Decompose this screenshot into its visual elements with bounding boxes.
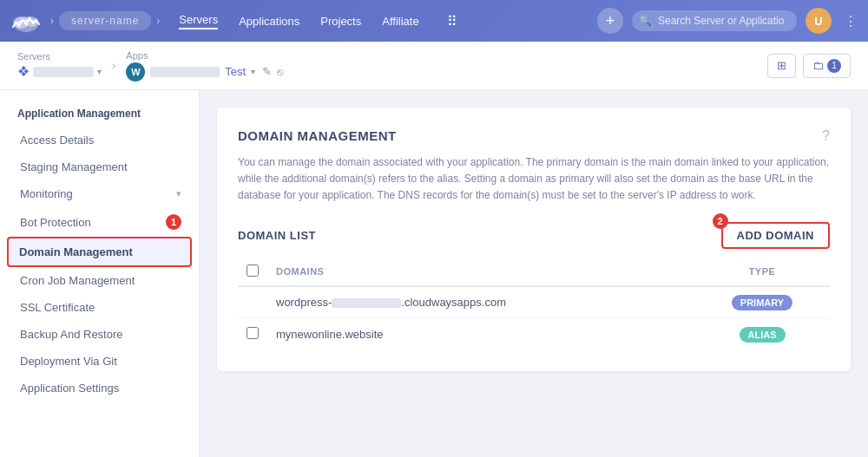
sidebar-item-ssl-certificate[interactable]: SSL Certificate <box>0 294 199 321</box>
card-description: You can manage the domain associated wit… <box>238 154 830 205</box>
search-wrap: 🔍 <box>632 10 797 31</box>
search-icon: 🔍 <box>639 15 652 27</box>
sidebar-item-application-settings[interactable]: Application Settings <box>0 375 199 402</box>
row1-type-cell: PRIMARY <box>694 286 830 318</box>
nav-links: Servers Applications Projects Affiliate … <box>179 13 457 29</box>
monitoring-chevron-icon: ▾ <box>176 188 181 199</box>
row1-domain-prefix: wordpress- <box>276 296 332 309</box>
row2-checkbox[interactable] <box>247 327 259 339</box>
breadcrumb: Servers ❖ ▾ › Apps W Test ▾ ✎ ⎋ <box>17 50 283 82</box>
select-all-checkbox[interactable] <box>247 264 259 277</box>
row1-domain-cell: wordpress-.cloudwaysapps.com <box>267 286 694 318</box>
card-header: DOMAIN MANAGEMENT ? <box>238 128 830 144</box>
add-domain-badge: 2 <box>713 213 728 229</box>
grid-icon[interactable]: ⠿ <box>447 13 457 29</box>
folder-icon: 🗀 <box>812 59 824 72</box>
sidebar-section-title: Application Management <box>0 104 199 127</box>
row2-domain-cell: mynewonline.website <box>267 317 694 350</box>
wordpress-icon: W <box>126 62 145 82</box>
nav-applications[interactable]: Applications <box>239 15 299 28</box>
more-icon[interactable]: ⋮ <box>844 13 858 29</box>
sidebar-item-bot-protection[interactable]: Bot Protection 1 <box>0 207 199 237</box>
cloudways-logo-icon <box>10 9 42 33</box>
table-row: wordpress-.cloudwaysapps.com PRIMARY <box>238 286 830 318</box>
table-row: mynewonline.website ALIAS 3 🌐 Make Pr <box>238 317 830 350</box>
add-domain-button[interactable]: ADD DOMAIN <box>721 222 831 249</box>
add-domain-wrap: 2 ADD DOMAIN <box>721 222 831 249</box>
col-domains-header: DOMAINS <box>267 258 694 286</box>
external-link-icon[interactable]: ⎋ <box>277 66 283 78</box>
nav-chevron-1: › <box>50 15 54 27</box>
avatar[interactable]: U <box>806 8 832 34</box>
grid-view-button[interactable]: ⊞ <box>767 54 796 78</box>
add-button[interactable]: + <box>597 8 623 34</box>
col-type-header: TYPE <box>694 258 830 286</box>
row1-checkbox-cell <box>238 286 267 318</box>
bot-protection-badge: 1 <box>166 214 181 230</box>
server-chevron-icon[interactable]: ▾ <box>97 67 102 76</box>
row1-domain-suffix: .cloudwaysapps.com <box>401 296 506 309</box>
domain-management-card: DOMAIN MANAGEMENT ? You can manage the d… <box>217 108 851 371</box>
folder-count-badge: 1 <box>827 59 841 73</box>
server-icon: ❖ <box>17 63 30 80</box>
edit-icon[interactable]: ✎ <box>262 65 272 78</box>
app-test-label: Test <box>225 65 246 78</box>
sidebar-item-staging-management[interactable]: Staging Management <box>0 153 199 180</box>
app-chevron-icon[interactable]: ▾ <box>251 67 255 76</box>
sub-header: Servers ❖ ▾ › Apps W Test ▾ ✎ ⎋ ⊞ 🗀 <box>0 42 868 90</box>
breadcrumb-arrow: › <box>112 59 115 72</box>
sidebar-item-deployment-git[interactable]: Deployment Via Git <box>0 348 199 375</box>
folder-button[interactable]: 🗀 1 <box>803 54 851 78</box>
sidebar-item-domain-management[interactable]: Domain Management <box>7 237 192 267</box>
sidebar-item-backup-restore[interactable]: Backup And Restore <box>0 321 199 348</box>
domain-list-header: DOMAIN LIST 2 ADD DOMAIN <box>238 222 830 249</box>
nav-projects[interactable]: Projects <box>320 15 361 28</box>
domain-table: DOMAINS TYPE wordpress-.cloudwaysapps.co… <box>238 258 830 350</box>
card-title: DOMAIN MANAGEMENT <box>238 128 397 143</box>
grid-view-icon: ⊞ <box>777 59 786 72</box>
breadcrumb-server[interactable]: server-name <box>59 11 151 30</box>
servers-breadcrumb: Servers ❖ ▾ <box>17 51 102 80</box>
server-name <box>33 67 94 77</box>
content-area: DOMAIN MANAGEMENT ? You can manage the d… <box>200 90 868 457</box>
nav-servers[interactable]: Servers <box>179 13 218 29</box>
servers-label: Servers <box>17 51 102 62</box>
row1-domain-blurred <box>332 298 401 308</box>
app-name <box>150 67 220 77</box>
sidebar-item-monitoring[interactable]: Monitoring ▾ <box>0 180 199 207</box>
primary-badge: PRIMARY <box>732 295 792 310</box>
nav-affiliate[interactable]: Affiliate <box>382 15 418 28</box>
sidebar: Application Management Access Details St… <box>0 90 200 457</box>
sidebar-item-access-details[interactable]: Access Details <box>0 127 199 153</box>
nav-right: + 🔍 U ⋮ <box>597 8 858 34</box>
alias-badge: ALIAS <box>740 327 786 343</box>
sub-header-right: ⊞ 🗀 1 <box>767 54 851 78</box>
apps-label: Apps <box>126 50 283 61</box>
nav-chevron-2: › <box>156 15 160 27</box>
logo[interactable] <box>10 9 42 33</box>
sidebar-item-cron-job[interactable]: Cron Job Management <box>0 267 199 294</box>
server-breadcrumb-item: ❖ ▾ <box>17 63 102 80</box>
app-breadcrumb-item: W Test ▾ ✎ ⎋ <box>126 62 283 82</box>
top-navigation: › server-name › Servers Applications Pro… <box>0 0 868 42</box>
help-icon[interactable]: ? <box>822 128 830 144</box>
main-layout: Application Management Access Details St… <box>0 90 868 457</box>
row2-type-cell: ALIAS 3 🌐 Make Primary 👆 <box>694 317 830 350</box>
row2-checkbox-cell <box>238 317 267 350</box>
col-checkbox <box>238 258 267 286</box>
search-input[interactable] <box>632 10 797 31</box>
domain-list-title: DOMAIN LIST <box>238 229 316 242</box>
row2-domain: mynewonline.website <box>276 328 384 341</box>
apps-breadcrumb: Apps W Test ▾ ✎ ⎋ <box>126 50 283 82</box>
